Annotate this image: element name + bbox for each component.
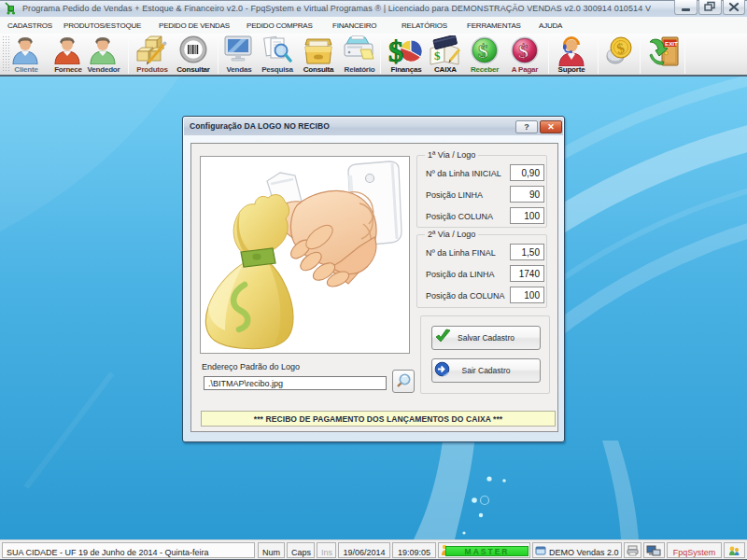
svg-text:$: $ [518,39,529,63]
svg-text:EXIT: EXIT [665,40,678,47]
svg-text:$: $ [388,35,403,65]
svg-text:$: $ [434,49,441,63]
svg-text:$: $ [478,39,488,63]
